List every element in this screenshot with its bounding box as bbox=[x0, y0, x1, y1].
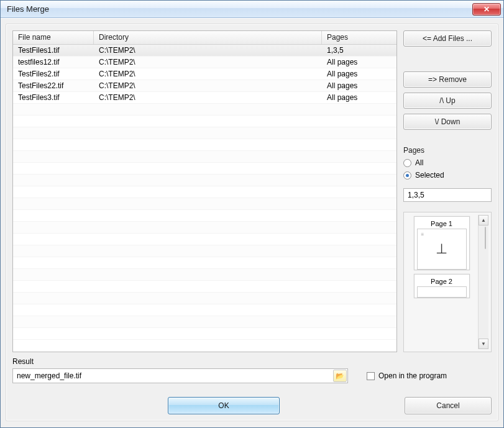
pages-label: Pages bbox=[403, 146, 492, 155]
table-row-empty[interactable] bbox=[13, 151, 396, 163]
table-row-empty[interactable] bbox=[13, 304, 396, 316]
col-header-pages[interactable]: Pages bbox=[322, 31, 396, 44]
checkbox-box bbox=[367, 372, 375, 380]
cell-pages: All pages bbox=[322, 70, 396, 78]
client-area: File name Directory Pages TestFiles1.tif… bbox=[1, 18, 503, 427]
page-thumb-sheet bbox=[417, 286, 467, 298]
ok-button[interactable]: OK bbox=[168, 397, 280, 414]
table-row-empty[interactable] bbox=[13, 293, 396, 304]
table-row[interactable]: TestFiles22.tifC:\TEMP2\All pages bbox=[13, 80, 396, 92]
close-button[interactable]: ✕ bbox=[472, 3, 501, 16]
scroll-down-icon[interactable]: ▼ bbox=[479, 339, 488, 349]
cell-file-name: testfiles12.tif bbox=[13, 58, 94, 66]
table-row-empty[interactable] bbox=[13, 175, 396, 186]
table-row-empty[interactable] bbox=[13, 281, 396, 293]
table-row-empty[interactable] bbox=[13, 198, 396, 210]
table-row-empty[interactable] bbox=[13, 316, 396, 328]
open-in-program-checkbox[interactable]: Open in the program bbox=[367, 371, 447, 380]
cell-file-name: TestFiles1.tif bbox=[13, 46, 94, 55]
browse-button[interactable]: 📂 bbox=[333, 370, 347, 382]
table-row-empty[interactable] bbox=[13, 234, 396, 245]
col-header-directory[interactable]: Directory bbox=[94, 31, 322, 44]
table-row-empty[interactable] bbox=[13, 163, 396, 175]
dialog-body: File name Directory Pages TestFiles1.tif… bbox=[6, 24, 498, 421]
cell-file-name: TestFiles2.tif bbox=[13, 70, 94, 78]
table-row-empty[interactable] bbox=[13, 269, 396, 281]
title-bar[interactable]: Files Merge ✕ bbox=[1, 1, 503, 18]
page-thumbnail[interactable]: Page 1≡⊥ bbox=[414, 216, 470, 270]
cell-pages: All pages bbox=[322, 58, 396, 66]
cell-pages: All pages bbox=[322, 81, 396, 90]
table-row[interactable]: TestFiles3.tifC:\TEMP2\All pages bbox=[13, 92, 396, 104]
result-label: Result bbox=[12, 357, 492, 366]
result-row: 📂 Open in the program bbox=[12, 368, 492, 383]
table-body[interactable]: TestFiles1.tifC:\TEMP2\1,3,5testfiles12.… bbox=[13, 45, 396, 352]
files-merge-dialog: Files Merge ✕ File name Directory Pages … bbox=[0, 0, 504, 428]
table-header: File name Directory Pages bbox=[13, 31, 396, 45]
table-row[interactable]: testfiles12.tifC:\TEMP2\All pages bbox=[13, 57, 396, 68]
window-title: Files Merge bbox=[7, 4, 472, 14]
cancel-button[interactable]: Cancel bbox=[405, 397, 492, 414]
scroll-up-icon[interactable]: ▲ bbox=[479, 215, 488, 225]
page-thumb-tinytext: ≡ bbox=[421, 232, 424, 237]
table-row-empty[interactable] bbox=[13, 127, 396, 139]
cell-pages: All pages bbox=[322, 93, 396, 102]
radio-all-label: All bbox=[415, 158, 423, 167]
close-icon: ✕ bbox=[483, 6, 490, 13]
scroll-thumb[interactable] bbox=[485, 227, 486, 249]
cell-directory: C:\TEMP2\ bbox=[94, 93, 322, 102]
move-down-button[interactable]: \/ Down bbox=[403, 114, 492, 130]
side-panel: <= Add Files ... => Remove /\ Up \/ Down… bbox=[403, 30, 492, 352]
cell-directory: C:\TEMP2\ bbox=[94, 58, 322, 66]
cell-file-name: TestFiles22.tif bbox=[13, 81, 94, 90]
main-row: File name Directory Pages TestFiles1.tif… bbox=[12, 30, 492, 352]
table-row-empty[interactable] bbox=[13, 245, 396, 257]
table-row-empty[interactable] bbox=[13, 186, 396, 198]
table-row-empty[interactable] bbox=[13, 116, 396, 127]
cell-directory: C:\TEMP2\ bbox=[94, 81, 322, 90]
cell-file-name: TestFiles3.tif bbox=[13, 93, 94, 102]
page-thumb-caption: Page 2 bbox=[431, 276, 452, 286]
table-row-empty[interactable] bbox=[13, 222, 396, 234]
table-row-empty[interactable] bbox=[13, 257, 396, 269]
move-up-button[interactable]: /\ Up bbox=[403, 93, 492, 109]
cell-pages: 1,3,5 bbox=[322, 46, 396, 55]
page-thumb-mark: ⊥ bbox=[418, 241, 466, 257]
radio-all-dot bbox=[403, 159, 411, 167]
table-row-empty[interactable] bbox=[13, 139, 396, 151]
table-row-empty[interactable] bbox=[13, 104, 396, 116]
folder-open-icon: 📂 bbox=[336, 372, 344, 380]
result-input-wrap: 📂 bbox=[12, 368, 348, 383]
page-preview: Page 1≡⊥Page 2 ▲ ▼ bbox=[403, 212, 492, 352]
preview-scroll[interactable]: Page 1≡⊥Page 2 bbox=[406, 215, 477, 349]
files-table[interactable]: File name Directory Pages TestFiles1.tif… bbox=[12, 30, 397, 352]
col-header-file-name[interactable]: File name bbox=[13, 31, 94, 44]
page-thumb-sheet: ≡⊥ bbox=[417, 229, 467, 270]
pages-input[interactable] bbox=[403, 188, 492, 202]
result-block: Result 📂 Open in the program bbox=[12, 357, 492, 383]
table-row[interactable]: TestFiles2.tifC:\TEMP2\All pages bbox=[13, 68, 396, 80]
radio-selected-label: Selected bbox=[415, 171, 444, 180]
table-row-empty[interactable] bbox=[13, 328, 396, 340]
page-thumbnail[interactable]: Page 2 bbox=[414, 274, 470, 298]
page-thumb-caption: Page 1 bbox=[431, 219, 452, 229]
dialog-buttons: OK Cancel bbox=[12, 397, 492, 414]
preview-scrollbar[interactable]: ▲ ▼ bbox=[478, 215, 488, 349]
radio-all[interactable]: All bbox=[403, 158, 492, 167]
cell-directory: C:\TEMP2\ bbox=[94, 70, 322, 78]
add-files-button[interactable]: <= Add Files ... bbox=[403, 30, 492, 47]
radio-selected-dot bbox=[403, 171, 411, 180]
pages-group: Pages All Selected bbox=[403, 146, 492, 202]
radio-selected[interactable]: Selected bbox=[403, 171, 492, 180]
cell-directory: C:\TEMP2\ bbox=[94, 46, 322, 55]
table-row-empty[interactable] bbox=[13, 210, 396, 222]
open-in-program-label: Open in the program bbox=[378, 371, 447, 380]
table-row[interactable]: TestFiles1.tifC:\TEMP2\1,3,5 bbox=[13, 45, 396, 57]
result-input[interactable] bbox=[12, 368, 348, 383]
remove-button[interactable]: => Remove bbox=[403, 71, 492, 88]
